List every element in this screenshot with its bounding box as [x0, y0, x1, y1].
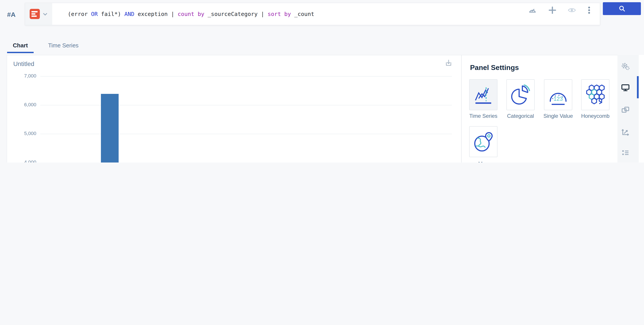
panel-type-label: Map — [465, 161, 502, 162]
time-series-icon — [473, 84, 494, 105]
map-globe-icon — [473, 132, 494, 152]
y-tick-label: 7,000 — [12, 73, 36, 78]
y-tick-label: 6,000 — [12, 102, 36, 107]
gauge-icon[interactable] — [528, 6, 537, 14]
categorical-pie-icon — [510, 84, 531, 105]
active-tab-underline — [7, 52, 34, 53]
panel-label: #A — [7, 11, 16, 18]
chevron-down-icon — [42, 11, 48, 17]
single-value-gauge-icon: 123 — [548, 84, 568, 105]
query-bar: (error OR fail*) AND exception | count b… — [25, 3, 600, 25]
panel-type-label: Time Series — [465, 113, 502, 119]
tab-time-series[interactable]: Time Series — [46, 42, 81, 49]
panel-type-label: Single Value — [540, 113, 577, 119]
display-icon[interactable] — [621, 83, 630, 92]
chart-title: Untitled — [13, 60, 34, 67]
side-toolbar: </> — [618, 55, 639, 162]
panel-type-map[interactable] — [469, 126, 498, 157]
panel-type-time-series[interactable] — [469, 79, 498, 110]
eye-icon[interactable] — [568, 6, 576, 14]
panel-type-label: Categorical — [502, 113, 539, 119]
panel-settings-title: Panel Settings — [470, 64, 519, 72]
download-icon[interactable] — [445, 59, 452, 67]
gears-icon[interactable] — [621, 62, 630, 71]
panel-type-single-value[interactable]: 123 — [544, 79, 572, 110]
active-tool-accent-bar — [637, 76, 639, 98]
panel-editor: #A (error OR fail*) AND exception | coun… — [0, 0, 644, 162]
query-input[interactable]: (error OR fail*) AND exception | count b… — [68, 3, 314, 25]
duplicate-icon[interactable] — [621, 106, 630, 114]
tab-chart[interactable]: Chart — [7, 42, 34, 49]
log-source-icon — [30, 9, 40, 19]
plot-area: _sourcecategory Labs/DocumentationSource… — [40, 76, 452, 162]
y-tick-label: 5,000 — [12, 130, 36, 136]
honeycomb-icon — [585, 84, 606, 105]
plus-icon[interactable] — [548, 6, 557, 14]
search-icon — [618, 5, 626, 12]
bar[interactable] — [101, 94, 118, 162]
query-source-selector[interactable] — [25, 3, 52, 25]
panel-type-honeycomb[interactable] — [581, 79, 610, 110]
kebab-menu-icon[interactable] — [586, 6, 593, 14]
legend-list-icon[interactable] — [621, 149, 630, 158]
panel-settings: Panel Settings 123 — [462, 55, 618, 162]
toolbar-edge — [639, 55, 644, 162]
search-button[interactable] — [603, 2, 641, 15]
y-tick-label: 4,000 — [12, 160, 36, 162]
axes-icon[interactable] — [621, 128, 630, 136]
panel-type-label: Honeycomb — [577, 113, 614, 119]
chart-panel: Untitled _count _sourcecategory Labs/Doc… — [7, 55, 462, 162]
svg-text:123: 123 — [554, 96, 563, 102]
gridline — [40, 76, 452, 76]
panel-type-categorical[interactable] — [506, 79, 535, 110]
